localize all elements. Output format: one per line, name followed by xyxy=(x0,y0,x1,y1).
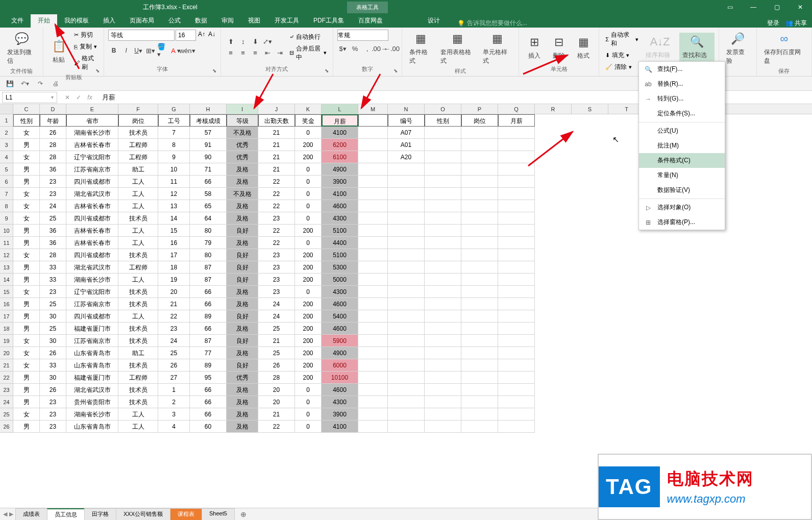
data-cell[interactable]: 工人 xyxy=(118,408,158,420)
data-cell[interactable]: 58 xyxy=(190,188,227,200)
data-cell[interactable]: 20 xyxy=(258,384,295,396)
data-cell[interactable] xyxy=(425,420,461,433)
data-cell[interactable]: 湖南省长沙市 xyxy=(66,127,118,139)
data-cell[interactable] xyxy=(388,286,425,298)
data-cell[interactable]: 男 xyxy=(13,384,40,396)
tab-view[interactable]: 视图 xyxy=(241,14,267,28)
data-cell[interactable]: 吉林省长春市 xyxy=(66,225,118,237)
data-cell[interactable] xyxy=(461,408,498,420)
data-cell[interactable]: 吉林省长春市 xyxy=(66,200,118,212)
data-cell[interactable]: 女 xyxy=(13,408,40,420)
format-table-button[interactable]: ▦套用表格格式 xyxy=(437,30,478,66)
row-header[interactable]: 2 xyxy=(0,127,13,139)
data-cell[interactable] xyxy=(461,323,498,335)
data-cell[interactable] xyxy=(461,347,498,359)
col-header-S[interactable]: S xyxy=(572,104,608,114)
data-cell[interactable]: 工人 xyxy=(118,274,158,286)
data-cell[interactable]: 4100 xyxy=(322,420,358,433)
data-cell[interactable]: 95 xyxy=(190,372,227,384)
data-cell[interactable]: 工人 xyxy=(118,237,158,249)
data-cell[interactable]: 36 xyxy=(40,237,66,249)
data-cell[interactable]: 吉林省长春市 xyxy=(66,139,118,151)
wrap-text-button[interactable]: ⤶ 自动换行 xyxy=(287,32,328,42)
data-cell[interactable]: 6200 xyxy=(322,139,358,151)
data-cell[interactable] xyxy=(358,323,388,335)
data-cell[interactable]: 及格 xyxy=(227,200,258,212)
data-cell[interactable]: 5900 xyxy=(322,335,358,347)
maximize-icon[interactable]: ▢ xyxy=(765,0,789,14)
data-cell[interactable]: 23 xyxy=(258,249,295,261)
data-cell[interactable]: 23 xyxy=(40,286,66,298)
data-cell[interactable]: 3 xyxy=(158,408,190,420)
data-cell[interactable]: 3900 xyxy=(322,408,358,420)
data-cell[interactable]: 湖南省长沙市 xyxy=(66,408,118,420)
close-icon[interactable]: ✕ xyxy=(789,0,812,14)
col-header-J[interactable]: J xyxy=(258,104,295,114)
data-cell[interactable] xyxy=(498,323,535,335)
menu-item[interactable]: →转到(G)... xyxy=(639,91,725,106)
data-cell[interactable]: 4100 xyxy=(322,188,358,200)
row-header[interactable]: 15 xyxy=(0,286,13,298)
data-cell[interactable] xyxy=(358,274,388,286)
data-cell[interactable]: 200 xyxy=(295,310,322,323)
data-cell[interactable] xyxy=(388,396,425,408)
data-cell[interactable] xyxy=(388,384,425,396)
data-cell[interactable]: 30 xyxy=(40,335,66,347)
data-cell[interactable]: A07 xyxy=(388,127,425,139)
data-cell[interactable]: 女 xyxy=(13,151,40,163)
data-cell[interactable]: 25 xyxy=(40,298,66,310)
data-cell[interactable]: 200 xyxy=(295,225,322,237)
data-cell[interactable]: 30 xyxy=(40,372,66,384)
data-cell[interactable]: 女 xyxy=(13,188,40,200)
indent-decrease-icon[interactable]: ⇤ xyxy=(262,47,273,58)
data-cell[interactable]: 0 xyxy=(295,176,322,188)
data-cell[interactable]: 女 xyxy=(13,212,40,225)
data-cell[interactable] xyxy=(461,261,498,274)
data-cell[interactable]: 0 xyxy=(295,237,322,249)
data-cell[interactable]: 30 xyxy=(40,310,66,323)
data-cell[interactable]: 工程师 xyxy=(118,139,158,151)
data-cell[interactable] xyxy=(358,200,388,212)
header-cell[interactable]: 编号 xyxy=(388,114,425,127)
data-cell[interactable] xyxy=(425,188,461,200)
data-cell[interactable]: 64 xyxy=(190,212,227,225)
data-cell[interactable] xyxy=(358,372,388,384)
header-cell[interactable]: 奖金 xyxy=(295,114,322,127)
data-cell[interactable] xyxy=(358,298,388,310)
data-cell[interactable]: 女 xyxy=(13,200,40,212)
data-cell[interactable]: 22 xyxy=(258,200,295,212)
data-cell[interactable]: 9 xyxy=(158,151,190,163)
minimize-icon[interactable]: — xyxy=(742,0,765,14)
data-cell[interactable]: 87 xyxy=(190,335,227,347)
data-cell[interactable]: 江苏省南京市 xyxy=(66,335,118,347)
data-cell[interactable] xyxy=(388,212,425,225)
data-cell[interactable]: 及格 xyxy=(227,237,258,249)
header-cell[interactable]: 岗位 xyxy=(461,114,498,127)
data-cell[interactable]: A01 xyxy=(388,139,425,151)
data-cell[interactable] xyxy=(425,323,461,335)
sheet-tab[interactable]: 田字格 xyxy=(84,508,116,520)
fill-color-button[interactable]: 🪣▾ xyxy=(157,45,168,56)
data-cell[interactable] xyxy=(498,420,535,433)
data-cell[interactable] xyxy=(498,151,535,163)
data-cell[interactable] xyxy=(358,163,388,176)
menu-item[interactable]: 批注(M) xyxy=(639,138,725,153)
data-cell[interactable] xyxy=(358,396,388,408)
add-sheet-button[interactable]: ⊕ xyxy=(237,510,250,518)
data-cell[interactable] xyxy=(358,359,388,372)
data-cell[interactable] xyxy=(461,127,498,139)
data-cell[interactable]: 助工 xyxy=(118,163,158,176)
row-header[interactable]: 9 xyxy=(0,212,13,225)
data-cell[interactable]: 36 xyxy=(40,225,66,237)
row-header[interactable]: 7 xyxy=(0,188,13,200)
data-cell[interactable] xyxy=(498,139,535,151)
data-cell[interactable] xyxy=(498,298,535,310)
data-cell[interactable]: 辽宁省沈阳市 xyxy=(66,286,118,298)
data-cell[interactable]: A20 xyxy=(388,151,425,163)
data-cell[interactable] xyxy=(425,127,461,139)
data-cell[interactable]: 23 xyxy=(158,323,190,335)
data-cell[interactable]: 及格 xyxy=(227,212,258,225)
data-cell[interactable] xyxy=(358,249,388,261)
row-header[interactable]: 26 xyxy=(0,420,13,433)
data-cell[interactable] xyxy=(461,335,498,347)
